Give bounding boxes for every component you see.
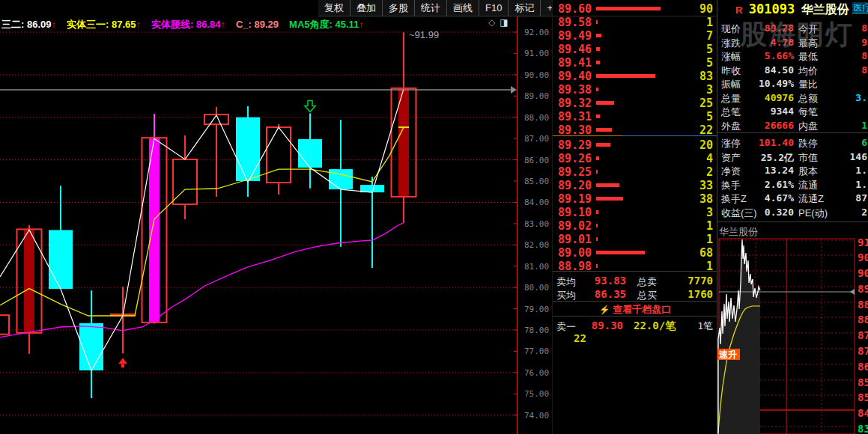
candle[interactable] (79, 290, 103, 398)
order-book-row[interactable]: 89.415 (553, 55, 717, 69)
up-arrow-icon: ↑ (136, 19, 141, 30)
last-trade-row[interactable]: 卖一89.3022.0/笔1笔 (553, 319, 717, 332)
indicator-MA5角度: MA5角度: 45.11↑ (289, 19, 364, 30)
deep-quote-link[interactable]: ⚡ 查看千档盘口 (553, 303, 717, 315)
svg-text:92.00: 92.00 (524, 28, 549, 37)
volume-bar (596, 237, 598, 241)
lightning-icon: ⚡ (599, 305, 610, 315)
indicator-bar: 三二: 86.09↑实体三一: 87.65↑实体腰线: 86.84↑C_: 89… (1, 18, 374, 30)
candle[interactable] (267, 124, 291, 195)
volume-bar (596, 128, 612, 132)
order-book-row[interactable]: 89.0068 (553, 245, 717, 259)
quote-row: 涨跌4.78最高9 (717, 36, 868, 49)
price-arrow-icon (511, 86, 517, 94)
order-book-row[interactable]: 89.2920 (553, 138, 717, 151)
quote-row: 总笔9344每笔 (717, 105, 868, 118)
order-book-row[interactable]: 89.1938 (553, 192, 717, 205)
diamond-icon[interactable]: ◇ (488, 17, 500, 28)
order-book-row[interactable]: 89.021 (553, 218, 717, 232)
quote-row: 资产25.2亿市值146 (717, 150, 868, 164)
order-book-row[interactable]: 89.497 (553, 28, 717, 42)
candle[interactable] (236, 106, 260, 197)
svg-text:83: 83 (858, 423, 868, 434)
candle[interactable] (204, 107, 228, 197)
svg-text:90: 90 (858, 267, 868, 279)
order-book-row[interactable]: 89.315 (553, 109, 717, 123)
industry-tag[interactable]: 医疗 (852, 2, 868, 13)
svg-text:75.00: 75.00 (524, 389, 549, 399)
panel-toggle-icon[interactable]: ◨ (500, 17, 512, 28)
quote-row: 振幅10.49%量比 (717, 77, 868, 91)
svg-text:91: 91 (858, 236, 868, 248)
volume-bar (596, 183, 619, 187)
chart-corner-icons[interactable]: ◇◨ (488, 17, 513, 28)
trading-app-window: 92.0091.0090.0089.0088.0087.0086.0085.00… (0, 0, 868, 434)
quote-row: 换手Z4.67%流通Z87 (717, 192, 868, 205)
svg-text:87: 87 (858, 345, 868, 357)
candlestick-chart[interactable]: 92.0091.0090.0089.0088.0087.0086.0085.00… (0, 0, 552, 434)
menu-item-复权[interactable]: 复权 (318, 0, 350, 16)
high-annotation: ~91.99 (409, 29, 439, 40)
svg-text:85: 85 (858, 376, 868, 388)
quote-row: 净资13.24股本1. (717, 164, 868, 177)
svg-text:89: 89 (858, 283, 868, 295)
menu-item-标记[interactable]: 标记 (508, 0, 540, 16)
volume-bar (596, 197, 623, 201)
candle[interactable] (392, 32, 416, 222)
order-summary-row: 卖均93.83总卖7770 (553, 274, 717, 287)
order-book-row[interactable]: 89.581 (553, 15, 717, 28)
buy-signal-arrow-icon (118, 358, 127, 367)
candle[interactable] (298, 101, 322, 189)
order-book-row[interactable]: 89.2033 (553, 178, 717, 192)
menu-item-F10[interactable]: F10 (479, 0, 508, 16)
menu-item-画线[interactable]: 画线 (446, 0, 479, 16)
menu-item-叠加[interactable]: 叠加 (350, 0, 382, 16)
menu-item-统计[interactable]: 统计 (414, 0, 446, 16)
volume-bar (596, 101, 614, 105)
candle[interactable] (0, 315, 9, 334)
svg-text:84: 84 (858, 407, 868, 419)
volume-bar (596, 47, 600, 51)
order-book-row[interactable]: 89.6090 (553, 1, 717, 15)
order-book-row[interactable]: 89.3022 (553, 123, 717, 136)
svg-text:88.00: 88.00 (524, 113, 549, 123)
quote-row: 总量40976总额3. (717, 91, 868, 105)
stock-code: 301093 (749, 1, 795, 16)
quote-row: 外盘26666内盘1 (717, 119, 868, 132)
order-book-row[interactable]: 89.011 (553, 232, 717, 245)
candle[interactable] (360, 177, 384, 268)
order-book-panel: 89.609089.58189.49789.46589.41589.408389… (552, 0, 717, 434)
quote-row: 涨停101.40跌停6 (717, 136, 868, 150)
svg-text:90: 90 (858, 251, 868, 263)
volume-bar (596, 264, 598, 268)
menu-item-多股[interactable]: 多股 (382, 0, 414, 16)
candle[interactable] (110, 287, 136, 367)
volume-bar (596, 251, 645, 254)
order-book-row[interactable]: 89.383 (553, 82, 717, 96)
mini-chart-title: 华兰股份 (719, 226, 758, 237)
svg-text:76.00: 76.00 (524, 368, 549, 378)
up-arrow-icon: ↑ (51, 19, 56, 30)
order-book-row[interactable]: 89.264 (553, 151, 717, 165)
order-book-row[interactable]: 89.3225 (553, 96, 717, 109)
svg-text:79.00: 79.00 (524, 305, 549, 314)
volume-bar (596, 170, 598, 174)
svg-text:80.00: 80.00 (524, 283, 549, 293)
trade-sub-value: 22 (574, 332, 586, 344)
volume-bar (596, 88, 598, 91)
up-arrow-icon: ↑ (220, 19, 225, 30)
order-book-row[interactable]: 89.4083 (553, 69, 717, 82)
order-book-row[interactable]: 89.252 (553, 165, 717, 178)
svg-text:88: 88 (858, 299, 868, 311)
volume-bar (596, 114, 600, 118)
svg-text:77.00: 77.00 (524, 346, 549, 356)
order-book-row[interactable]: 89.465 (553, 42, 717, 55)
volume-bar (596, 34, 601, 37)
indicator-C_: C_: 89.29 (236, 19, 279, 30)
svg-text:87: 87 (858, 329, 868, 341)
volume-bar (596, 143, 610, 147)
order-book-row[interactable]: 89.103 (553, 205, 717, 218)
order-summary-row: 买均86.35总买1760 (553, 287, 717, 301)
volume-bar (596, 210, 598, 214)
intraday-mini-chart[interactable]: 华兰股份速升91909089888887878685858483 (716, 224, 868, 434)
